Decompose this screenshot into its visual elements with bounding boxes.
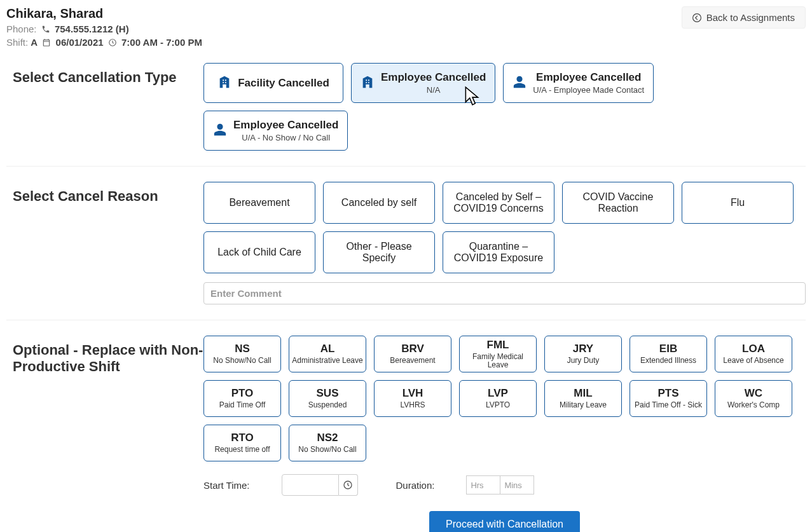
shift-label: Extended Illness (640, 357, 696, 365)
cancel-type-subtitle: U/A - No Show / No Call (233, 133, 338, 142)
shift-code: LOA (742, 343, 765, 355)
shift-code: BRV (401, 343, 424, 355)
clock-icon (343, 480, 353, 490)
shift-label: Shift: (6, 37, 28, 48)
shift-code: AL (320, 343, 335, 355)
cancel-type-section-label: Select Cancellation Type (6, 63, 203, 86)
cancel-type-title: Employee Cancelled (533, 71, 644, 84)
cancel-reason-option[interactable]: Bereavement (203, 182, 315, 224)
cancel-reason-option[interactable]: Canceled by Self – COVID19 Concerns (443, 182, 554, 224)
shift-code: SUS (317, 387, 339, 400)
cancel-reason-option[interactable]: Canceled by self (323, 182, 435, 224)
shift-label: Worker's Comp (727, 401, 780, 409)
cancel-type-title: Facility Cancelled (238, 77, 329, 90)
shift-code: EIB (659, 343, 677, 355)
shift-option[interactable]: FMLFamily Medical Leave (459, 336, 537, 372)
shift-code: NS (235, 343, 250, 355)
cancel-type-option[interactable]: Facility Cancelled (203, 63, 343, 103)
shift-time: 7:00 AM - 7:00 PM (121, 37, 202, 48)
back-arrow-icon (692, 13, 701, 22)
shift-label: Military Leave (560, 401, 607, 409)
shift-option[interactable]: PTOPaid Time Off (203, 380, 281, 417)
shift-option[interactable]: LVHLVHRS (374, 380, 451, 417)
clock-icon (108, 38, 117, 47)
shift-code: LVP (488, 387, 508, 400)
shift-label: Leave of Absence (723, 357, 783, 365)
duration-hrs-input[interactable] (466, 475, 500, 494)
shift-option[interactable]: BRVBereavement (374, 336, 451, 372)
duration-label: Duration: (396, 480, 435, 491)
shift-label: Paid Time Off (219, 401, 265, 409)
shift-code: FML (487, 339, 509, 351)
shift-option[interactable]: LVPLVPTO (459, 380, 537, 417)
shift-code: WC (745, 387, 762, 400)
cancel-reason-option[interactable]: Flu (682, 182, 794, 224)
comment-input[interactable] (203, 282, 806, 304)
shift-label: No Show/No Call (298, 446, 356, 454)
cancel-reason-section-label: Select Cancel Reason (6, 182, 203, 205)
time-picker-button[interactable] (339, 474, 358, 496)
shift-label: Bereavement (390, 357, 435, 365)
cancel-reason-option[interactable]: COVID Vaccine Reaction (562, 182, 674, 224)
calendar-icon (42, 38, 51, 47)
back-to-assignments-button[interactable]: Back to Assignments (682, 6, 806, 29)
mouse-cursor-icon (464, 86, 481, 106)
shift-option[interactable]: MILMilitary Leave (544, 380, 622, 417)
cancel-reason-option[interactable]: Lack of Child Care (203, 231, 315, 273)
shift-label: LVHRS (400, 401, 425, 409)
shift-code: JRY (573, 343, 593, 355)
shift-option[interactable]: JRYJury Duty (544, 336, 622, 372)
shift-code: NS2 (317, 432, 338, 444)
shift-option[interactable]: PTSPaid Time Off - Sick (630, 380, 707, 417)
shift-label: LVPTO (486, 401, 510, 409)
shift-option[interactable]: LOALeave of Absence (715, 336, 792, 372)
shift-date: 06/01/2021 (56, 37, 104, 48)
start-time-input[interactable] (282, 474, 339, 496)
shift-label: No Show/No Call (213, 357, 271, 365)
cancel-reason-option[interactable]: Quarantine – COVID19 Exposure (443, 231, 554, 273)
cancel-type-title: Employee Cancelled (233, 119, 338, 132)
building-icon (217, 75, 231, 91)
shift-option[interactable]: ALAdministrative Leave (289, 336, 366, 372)
building-icon (361, 75, 375, 91)
shift-code: A (31, 37, 38, 48)
shift-option[interactable]: EIBExtended Illness (630, 336, 707, 372)
shift-option[interactable]: SUSSuspended (289, 380, 366, 417)
shift-label: Jury Duty (567, 357, 600, 365)
phone-value: 754.555.1212 (H) (55, 24, 129, 34)
shift-code: RTO (231, 432, 254, 444)
shift-option[interactable]: WCWorker's Comp (715, 380, 792, 417)
shift-label: Suspended (308, 401, 347, 409)
replace-shift-section-label: Optional - Replace with Non-Productive S… (6, 336, 203, 375)
cancel-type-option[interactable]: Employee CancelledU/A - Employee Made Co… (503, 63, 654, 103)
shift-code: PTO (231, 387, 254, 400)
shift-label: Paid Time Off - Sick (635, 401, 702, 409)
shift-label: Family Medical Leave (462, 353, 533, 369)
cancel-type-subtitle: U/A - Employee Made Contact (533, 85, 644, 95)
svg-point-1 (692, 13, 701, 22)
shift-option[interactable]: NS2No Show/No Call (289, 425, 366, 461)
shift-code: PTS (657, 387, 678, 400)
person-icon (513, 75, 526, 91)
shift-label: Request time off (214, 446, 270, 454)
cancel-type-option[interactable]: Employee CancelledU/A - No Show / No Cal… (203, 111, 348, 151)
duration-mins-input[interactable] (500, 475, 534, 494)
back-label: Back to Assignments (706, 12, 795, 23)
employee-name: Chikara, Sharad (6, 6, 202, 21)
phone-icon (41, 25, 50, 34)
start-time-label: Start Time: (203, 480, 250, 491)
shift-option[interactable]: RTORequest time off (203, 425, 281, 461)
phone-label: Phone: (6, 24, 37, 34)
cancel-reason-option[interactable]: Other - Please Specify (323, 231, 435, 273)
proceed-cancellation-button[interactable]: Proceed with Cancellation (429, 511, 580, 532)
shift-option[interactable]: NSNo Show/No Call (203, 336, 281, 372)
shift-label: Administrative Leave (292, 357, 362, 365)
shift-code: LVH (403, 387, 423, 400)
person-icon (213, 123, 227, 139)
cancel-type-title: Employee Cancelled (381, 71, 486, 84)
shift-code: MIL (574, 387, 592, 400)
